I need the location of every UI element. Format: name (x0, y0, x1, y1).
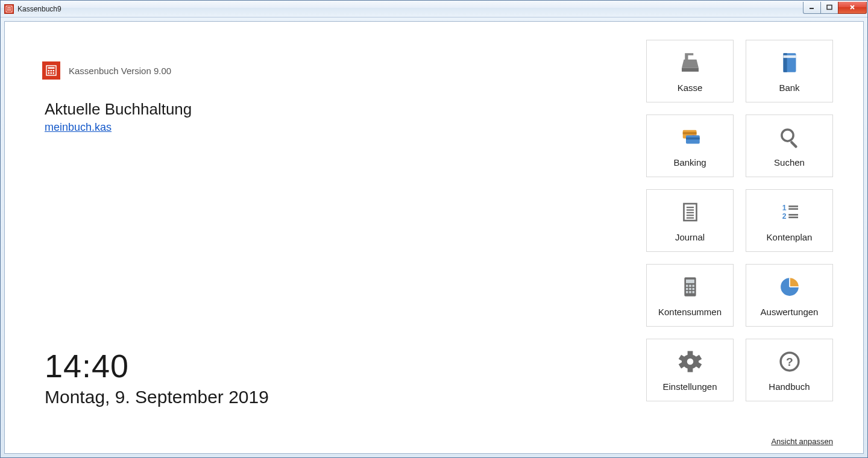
tile-kontensummen[interactable]: Kontensummen (646, 264, 734, 327)
tile-label: Kasse (678, 83, 703, 93)
customize-view-link[interactable]: Ansicht anpassen (771, 437, 833, 446)
svg-point-53 (687, 358, 693, 365)
svg-rect-48 (692, 287, 694, 290)
titlebar[interactable]: Kassenbuch9 (1, 1, 867, 17)
current-file-link[interactable]: meinbuch.kas (45, 121, 112, 133)
svg-rect-23 (682, 132, 696, 134)
svg-text:1: 1 (782, 203, 786, 212)
svg-rect-7 (10, 10, 11, 11)
svg-text:2: 2 (782, 212, 786, 220)
tile-grid: Kasse Bank Banking (646, 40, 833, 401)
minimize-button[interactable] (803, 2, 821, 14)
tile-journal[interactable]: Journal (646, 189, 734, 252)
svg-rect-17 (53, 72, 55, 74)
svg-rect-51 (692, 291, 694, 293)
tile-label: Banking (673, 157, 706, 168)
calculator-icon (678, 274, 703, 300)
tile-handbuch[interactable]: ? Handbuch (746, 339, 833, 401)
current-accounting-heading: Aktuelle Buchhaltung (45, 100, 192, 119)
tile-label: Kontenplan (767, 232, 813, 242)
clock-time: 14:40 (45, 347, 269, 384)
svg-rect-21 (783, 55, 796, 57)
client-area: Kassenbuch Version 9.00 Aktuelle Buchhal… (4, 21, 864, 454)
app-icon (4, 4, 14, 14)
svg-rect-44 (689, 284, 691, 287)
svg-rect-12 (48, 70, 50, 72)
svg-rect-1 (7, 7, 11, 8)
svg-rect-45 (692, 284, 694, 287)
window-controls (804, 2, 867, 14)
numbered-list-icon: 12 (777, 199, 802, 225)
svg-rect-5 (7, 10, 8, 11)
svg-rect-14 (53, 70, 55, 72)
current-accounting-section: Aktuelle Buchhaltung meinbuch.kas (45, 100, 192, 134)
tile-einstellungen[interactable]: Einstellungen (646, 339, 734, 401)
logo-icon (42, 61, 60, 80)
svg-rect-26 (686, 137, 700, 140)
list-document-icon (678, 199, 703, 225)
cash-register-icon (678, 50, 703, 75)
svg-rect-49 (686, 291, 688, 293)
app-header: Kassenbuch Version 9.00 (42, 61, 171, 80)
svg-point-27 (781, 129, 793, 140)
help-icon: ? (777, 349, 802, 374)
pie-chart-icon (777, 274, 802, 300)
svg-rect-46 (686, 287, 688, 290)
svg-rect-13 (51, 70, 52, 72)
maximize-button[interactable] (820, 2, 838, 14)
svg-rect-28 (790, 140, 797, 148)
window-title: Kassenbuch9 (17, 5, 61, 13)
clock-date: Montag, 9. September 2019 (45, 387, 269, 407)
svg-rect-8 (810, 8, 814, 9)
tile-auswertungen[interactable]: Auswertungen (746, 264, 833, 327)
svg-rect-16 (51, 72, 52, 74)
tile-label: Suchen (774, 157, 805, 168)
search-icon (777, 125, 802, 150)
version-label: Kassenbuch Version 9.00 (69, 66, 171, 76)
tile-bank[interactable]: Bank (746, 40, 833, 102)
svg-rect-4 (10, 8, 11, 10)
svg-rect-6 (8, 10, 10, 11)
tile-kontenplan[interactable]: 12 Kontenplan (746, 189, 833, 252)
tile-label: Journal (675, 232, 705, 242)
svg-text:?: ? (786, 356, 793, 368)
app-window: Kassenbuch9 Kassenbuch Version 9.00 (0, 0, 868, 458)
tile-suchen[interactable]: Suchen (746, 114, 833, 177)
close-button[interactable] (838, 2, 867, 14)
client-frame: Kassenbuch Version 9.00 Aktuelle Buchhal… (1, 17, 867, 457)
svg-rect-43 (686, 284, 688, 287)
svg-rect-42 (686, 279, 694, 283)
svg-rect-18 (682, 67, 699, 71)
tile-label: Bank (779, 83, 799, 93)
svg-rect-9 (827, 5, 832, 10)
svg-rect-15 (48, 72, 50, 74)
tile-kasse[interactable]: Kasse (646, 40, 734, 102)
tile-label: Handbuch (769, 381, 810, 392)
clock-section: 14:40 Montag, 9. September 2019 (45, 347, 269, 407)
svg-rect-50 (689, 291, 691, 293)
svg-rect-11 (48, 67, 55, 69)
tile-label: Kontensummen (658, 307, 722, 317)
svg-rect-2 (7, 8, 8, 10)
tile-label: Einstellungen (662, 381, 717, 392)
book-icon (777, 50, 802, 75)
credit-cards-icon (678, 125, 703, 150)
gear-icon (678, 349, 703, 374)
svg-rect-47 (689, 287, 691, 290)
svg-rect-3 (8, 8, 10, 10)
tile-banking[interactable]: Banking (646, 114, 734, 177)
tile-label: Auswertungen (761, 307, 819, 317)
